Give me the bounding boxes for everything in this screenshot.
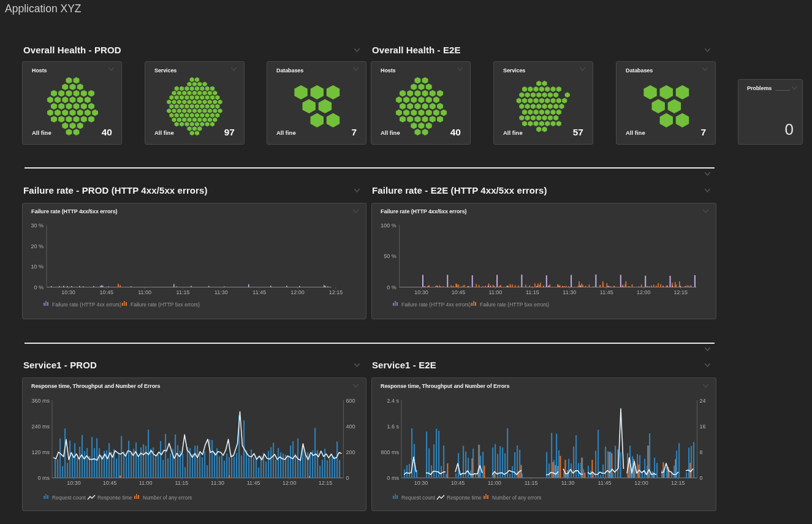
svg-text:12:00: 12:00 [283, 480, 297, 486]
svg-text:11:30: 11:30 [561, 480, 575, 486]
svg-text:Failure rate (HTTP 4xx errors): Failure rate (HTTP 4xx errors) [401, 302, 471, 308]
svg-text:100 %: 100 % [381, 222, 397, 229]
svg-text:360 ms: 360 ms [31, 398, 50, 404]
svg-text:30 %: 30 % [31, 222, 44, 229]
svg-text:11:00: 11:00 [488, 289, 502, 295]
svg-text:Failure rate (HTTP 5xx errors): Failure rate (HTTP 5xx errors) [480, 302, 549, 308]
svg-text:11:00: 11:00 [139, 480, 153, 486]
svg-text:11:15: 11:15 [175, 480, 188, 486]
svg-text:50 %: 50 % [384, 253, 397, 259]
svg-text:10:45: 10:45 [452, 289, 466, 295]
svg-text:2.4 s: 2.4 s [387, 398, 399, 404]
svg-text:0 ms: 0 ms [37, 475, 50, 481]
svg-text:800 ms: 800 ms [381, 449, 399, 455]
svg-text:0 %: 0 % [34, 284, 44, 290]
svg-text:16: 16 [700, 423, 706, 430]
svg-text:Request count: Request count [401, 495, 435, 501]
svg-text:10:45: 10:45 [103, 480, 117, 486]
svg-text:Failure rate (HTTP 4xx errors): Failure rate (HTTP 4xx errors) [52, 302, 121, 308]
svg-text:Number of any errors: Number of any errors [492, 495, 541, 501]
svg-text:11:15: 11:15 [526, 289, 539, 295]
svg-text:11:30: 11:30 [563, 289, 576, 295]
svg-text:0: 0 [700, 475, 703, 481]
svg-text:12:15: 12:15 [329, 289, 343, 295]
svg-text:Request count: Request count [52, 495, 86, 501]
svg-text:10:30: 10:30 [67, 480, 81, 486]
svg-text:Response time: Response time [447, 495, 482, 501]
svg-text:11:00: 11:00 [138, 289, 151, 295]
svg-text:10:45: 10:45 [100, 289, 114, 295]
svg-text:0 %: 0 % [387, 284, 397, 290]
svg-text:11:45: 11:45 [600, 289, 613, 295]
svg-text:0 ms: 0 ms [387, 475, 399, 481]
svg-text:12:00: 12:00 [634, 480, 648, 486]
svg-text:10:30: 10:30 [61, 289, 75, 295]
svg-text:400: 400 [346, 423, 355, 430]
svg-text:240 ms: 240 ms [31, 423, 50, 430]
svg-text:11:45: 11:45 [598, 480, 612, 486]
svg-text:8: 8 [700, 449, 703, 455]
svg-text:120 ms: 120 ms [31, 449, 50, 455]
svg-text:12:00: 12:00 [290, 289, 305, 295]
svg-text:20 %: 20 % [31, 243, 44, 249]
svg-text:12:15: 12:15 [674, 289, 688, 295]
svg-text:10:45: 10:45 [451, 480, 465, 486]
svg-text:10 %: 10 % [31, 264, 44, 270]
svg-text:200: 200 [346, 449, 355, 455]
svg-text:11:15: 11:15 [176, 289, 190, 295]
svg-text:11:30: 11:30 [214, 289, 228, 295]
svg-text:11:15: 11:15 [525, 480, 538, 486]
svg-text:11:45: 11:45 [247, 480, 260, 486]
svg-text:11:45: 11:45 [252, 289, 266, 295]
svg-text:Number of any errors: Number of any errors [143, 495, 192, 501]
svg-text:1.6 s: 1.6 s [387, 423, 399, 430]
svg-text:24: 24 [700, 398, 706, 404]
svg-text:11:00: 11:00 [488, 480, 501, 486]
svg-text:12:15: 12:15 [319, 480, 333, 486]
svg-text:12:15: 12:15 [671, 480, 685, 486]
svg-text:600: 600 [346, 398, 355, 404]
svg-text:10:30: 10:30 [414, 289, 428, 295]
svg-text:10:30: 10:30 [414, 480, 428, 486]
svg-text:0: 0 [346, 475, 349, 481]
svg-text:12:00: 12:00 [637, 289, 651, 295]
svg-text:Failure rate (HTTP 5xx errors): Failure rate (HTTP 5xx errors) [131, 302, 200, 308]
svg-text:Response time: Response time [97, 495, 132, 501]
svg-text:11:30: 11:30 [211, 480, 224, 486]
